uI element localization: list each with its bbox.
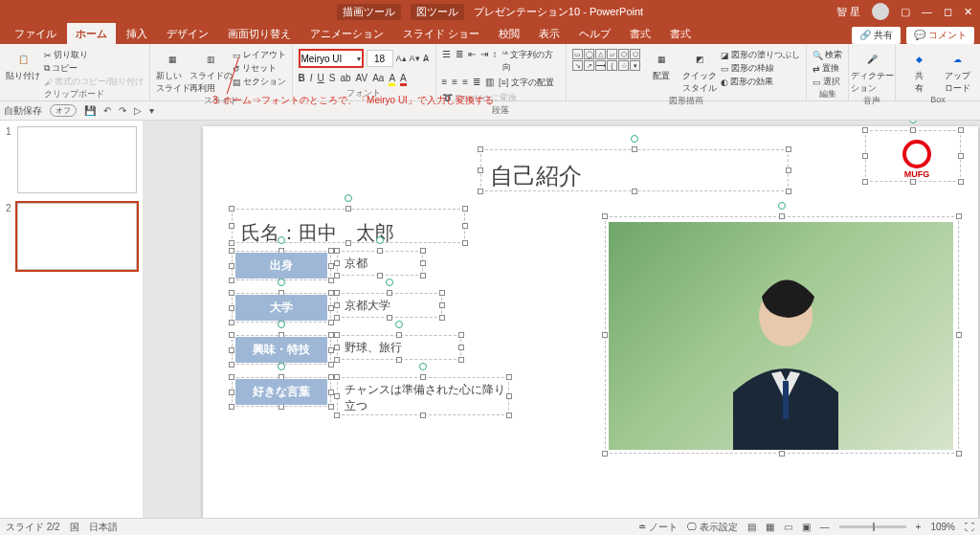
- save-icon[interactable]: 💾: [84, 105, 96, 116]
- cut-button[interactable]: ✂ 切り取り: [44, 49, 144, 61]
- shape-fill-button[interactable]: ◪ 図形の塗りつぶし: [721, 49, 800, 61]
- autosave-toggle[interactable]: オフ: [50, 104, 77, 117]
- row-label-1[interactable]: 大学: [235, 295, 327, 321]
- slide-editor[interactable]: MUFG 自己紹介 氏名：田中 太郎 出身: [144, 121, 980, 518]
- reset-button[interactable]: ↺ リセット: [233, 62, 286, 75]
- row-label-2[interactable]: 興味・特技: [235, 337, 327, 363]
- replace-button[interactable]: ⇄ 置換: [813, 62, 842, 75]
- format-painter-button[interactable]: 🖌 書式のコピー/貼り付け: [44, 76, 144, 88]
- lang-code[interactable]: 国: [70, 521, 79, 534]
- zoom-in-icon[interactable]: +: [916, 522, 922, 532]
- new-slide-button[interactable]: ▦ 新しい スライド: [156, 49, 190, 95]
- spacing-button[interactable]: AV: [356, 73, 368, 86]
- justify-button[interactable]: ≣: [473, 77, 480, 89]
- maximize-icon[interactable]: ◻: [944, 6, 952, 18]
- tab-format-drawing[interactable]: 書式: [621, 23, 659, 44]
- tab-view[interactable]: 表示: [530, 23, 568, 44]
- shapes-gallery[interactable]: ▭◯△▱⬡⬠ ↘↗⟶{☆▾: [572, 49, 640, 71]
- line-spacing-button[interactable]: ↕: [493, 49, 498, 74]
- align-left-button[interactable]: ≡: [442, 77, 448, 89]
- logo[interactable]: MUFG: [890, 140, 944, 179]
- font-size-combo[interactable]: [367, 50, 393, 67]
- align-right-button[interactable]: ≡: [462, 77, 468, 89]
- tab-home[interactable]: ホーム: [67, 23, 116, 44]
- row-label-0[interactable]: 出身: [235, 253, 327, 279]
- text-align-button[interactable]: [≡] 文字の配置: [499, 77, 554, 89]
- indent-dec-button[interactable]: ⇤: [468, 49, 476, 74]
- tab-animations[interactable]: アニメーション: [301, 23, 392, 44]
- shadow-button[interactable]: ab: [340, 73, 350, 86]
- view-slideshow-icon[interactable]: ▣: [802, 522, 811, 532]
- dictate-button[interactable]: 🎤 ディクテー ション: [855, 49, 889, 95]
- box-share-button[interactable]: ◆ 共 有: [902, 49, 936, 95]
- minimize-icon[interactable]: —: [922, 6, 932, 17]
- notes-button[interactable]: ≐ ノート: [638, 521, 678, 534]
- indent-inc-button[interactable]: ⇥: [480, 49, 488, 74]
- increase-font-icon[interactable]: A▴: [396, 54, 407, 63]
- redo-icon[interactable]: ↷: [119, 105, 126, 116]
- columns-button[interactable]: ▥: [485, 77, 494, 89]
- text-direction-button[interactable]: ᴵᴬ 文字列の方向: [502, 49, 560, 74]
- bold-button[interactable]: B: [299, 73, 305, 86]
- share-button[interactable]: 🔗 共有: [852, 27, 901, 44]
- paste-button[interactable]: 📋 貼り付け: [6, 49, 40, 82]
- font-name-input[interactable]: [301, 54, 355, 64]
- row-val-1[interactable]: 京都大学: [345, 298, 390, 314]
- view-reading-icon[interactable]: ▭: [784, 522, 792, 532]
- view-sorter-icon[interactable]: ▦: [766, 522, 774, 532]
- name-text[interactable]: 氏名：田中 太郎: [241, 220, 394, 246]
- tab-slideshow[interactable]: スライド ショー: [394, 23, 488, 44]
- photo[interactable]: [609, 222, 953, 450]
- find-button[interactable]: 🔍 検索: [813, 49, 842, 61]
- copy-button[interactable]: ⧉ コピー: [44, 62, 144, 75]
- comment-button[interactable]: 💬 コメント: [906, 27, 974, 44]
- thumbnail-2[interactable]: [17, 203, 137, 270]
- font-name-combo[interactable]: ▾: [299, 49, 364, 68]
- highlight-button[interactable]: A: [389, 73, 395, 86]
- thumbnail-1[interactable]: [17, 126, 137, 193]
- shape-outline-button[interactable]: ▭ 図形の枠線: [721, 62, 800, 75]
- arrange-button[interactable]: ▦ 配置: [644, 49, 679, 82]
- display-settings-button[interactable]: 🖵 表示設定: [687, 521, 738, 534]
- tab-review[interactable]: 校閲: [490, 23, 528, 44]
- tab-design[interactable]: デザイン: [158, 23, 217, 44]
- layout-button[interactable]: ▭ レイアウト: [233, 49, 286, 61]
- italic-button[interactable]: I: [310, 73, 313, 86]
- case-button[interactable]: Aa: [372, 73, 384, 86]
- close-icon[interactable]: ✕: [964, 6, 972, 18]
- box-upload-button[interactable]: ☁ アップ ロード: [940, 49, 974, 95]
- font-color-button[interactable]: A: [400, 73, 407, 86]
- avatar[interactable]: [872, 3, 889, 20]
- view-normal-icon[interactable]: ▤: [747, 522, 756, 532]
- clear-format-icon[interactable]: A̷: [423, 54, 429, 63]
- section-button[interactable]: ▤ セクション: [233, 76, 286, 88]
- slide-title[interactable]: 自己紹介: [490, 161, 777, 191]
- tab-insert[interactable]: 挿入: [118, 23, 156, 44]
- numbering-button[interactable]: ≣: [456, 49, 463, 74]
- shape-effect-button[interactable]: ◐ 図形の効果: [721, 76, 800, 88]
- fit-window-icon[interactable]: ⛶: [965, 522, 974, 532]
- tab-help[interactable]: ヘルプ: [570, 23, 619, 44]
- bullets-button[interactable]: ☰: [442, 49, 451, 74]
- strike-button[interactable]: S: [329, 73, 336, 86]
- row-val-0[interactable]: 京都: [345, 256, 368, 272]
- zoom-percent[interactable]: 109%: [930, 522, 955, 532]
- row-label-3[interactable]: 好きな言葉: [235, 379, 327, 405]
- language[interactable]: 日本語: [89, 521, 118, 534]
- ribbon-options-icon[interactable]: ▢: [901, 6, 910, 18]
- slideshow-icon[interactable]: ▷: [134, 105, 142, 116]
- undo-icon[interactable]: ↶: [103, 105, 111, 116]
- zoom-out-icon[interactable]: —: [820, 522, 830, 532]
- zoom-slider[interactable]: [839, 525, 906, 528]
- tab-transitions[interactable]: 画面切り替え: [219, 23, 300, 44]
- chevron-down-icon[interactable]: ▾: [357, 55, 361, 63]
- select-button[interactable]: ▭ 選択: [813, 76, 842, 88]
- tab-format-picture[interactable]: 書式: [661, 23, 700, 44]
- quick-style-button[interactable]: ◩ クイック スタイル: [682, 49, 717, 95]
- decrease-font-icon[interactable]: A▾: [410, 54, 420, 63]
- tab-file[interactable]: ファイル: [6, 23, 65, 44]
- row-val-2[interactable]: 野球、旅行: [345, 340, 402, 356]
- reuse-slide-button[interactable]: ▥ スライドの 再利用: [194, 49, 229, 95]
- align-center-button[interactable]: ≡: [452, 77, 457, 89]
- underline-button[interactable]: U: [318, 73, 324, 86]
